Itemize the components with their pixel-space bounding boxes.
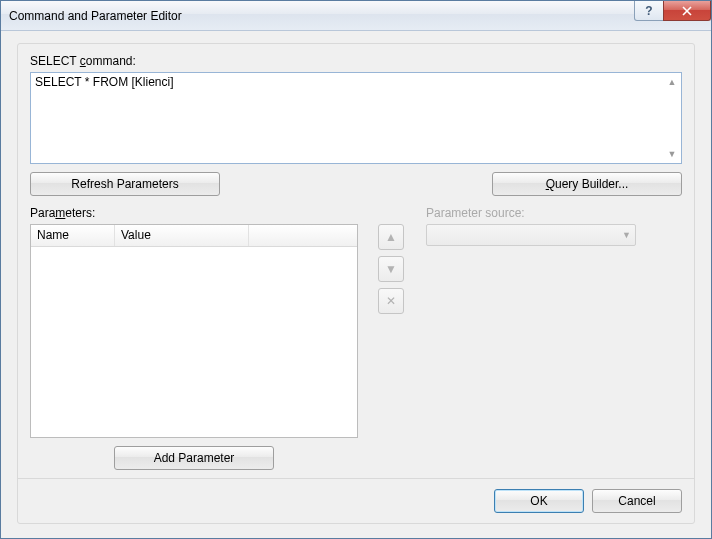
refresh-parameters-button[interactable]: Refresh Parameters <box>30 172 220 196</box>
x-icon: ✕ <box>386 294 396 308</box>
dialog-window: Command and Parameter Editor ? SELECT co… <box>0 0 712 539</box>
dialog-content: SELECT command: ▲ ▼ Refresh Parameters Q… <box>1 31 711 538</box>
titlebar: Command and Parameter Editor ? <box>1 1 711 31</box>
ok-button[interactable]: OK <box>494 489 584 513</box>
parameter-source-column: Parameter source: ▼ <box>426 206 682 470</box>
select-command-label: SELECT command: <box>30 54 682 68</box>
titlebar-buttons: ? <box>635 1 711 21</box>
label-part: Para <box>30 206 55 220</box>
reorder-buttons-column: ▲ ▼ ✕ <box>378 206 406 470</box>
cancel-button[interactable]: Cancel <box>592 489 682 513</box>
parameters-grid[interactable]: Name Value <box>30 224 358 438</box>
arrow-down-icon: ▼ <box>385 262 397 276</box>
help-button[interactable]: ? <box>634 1 664 21</box>
col-header-name[interactable]: Name <box>31 225 115 246</box>
scroll-up-icon[interactable]: ▲ <box>665 75 679 89</box>
parameter-source-combo[interactable]: ▼ <box>426 224 636 246</box>
move-up-button[interactable]: ▲ <box>378 224 404 250</box>
move-down-button[interactable]: ▼ <box>378 256 404 282</box>
btn-part: uery Builder... <box>555 177 628 191</box>
add-parameter-row: Add Parameter <box>30 446 358 470</box>
grid-body <box>31 247 357 437</box>
label-part: ommand: <box>86 54 136 68</box>
arrow-up-icon: ▲ <box>385 230 397 244</box>
sql-textarea-wrap: ▲ ▼ <box>30 72 682 164</box>
select-command-input[interactable] <box>31 73 681 163</box>
add-parameter-button[interactable]: Add Parameter <box>114 446 274 470</box>
parameter-source-label: Parameter source: <box>426 206 682 220</box>
parameters-label: Parameters: <box>30 206 358 220</box>
grid-header: Name Value <box>31 225 357 247</box>
btn-mnemonic: Q <box>546 177 555 191</box>
query-builder-button[interactable]: Query Builder... <box>492 172 682 196</box>
col-header-value[interactable]: Value <box>115 225 249 246</box>
close-button[interactable] <box>663 1 711 21</box>
col-header-rest <box>249 225 357 246</box>
help-icon: ? <box>645 4 652 18</box>
dialog-footer: OK Cancel <box>18 478 694 523</box>
parameters-column: Parameters: Name Value Add Parameter <box>30 206 358 470</box>
label-part: eters: <box>65 206 95 220</box>
middle-row: Parameters: Name Value Add Parameter <box>30 206 682 470</box>
label-part: SELECT <box>30 54 80 68</box>
command-buttons-row: Refresh Parameters Query Builder... <box>30 172 682 196</box>
close-icon <box>682 6 692 16</box>
delete-button[interactable]: ✕ <box>378 288 404 314</box>
main-group: SELECT command: ▲ ▼ Refresh Parameters Q… <box>17 43 695 524</box>
chevron-down-icon: ▼ <box>622 230 631 240</box>
scroll-down-icon[interactable]: ▼ <box>665 147 679 161</box>
label-mnemonic: m <box>55 206 65 220</box>
window-title: Command and Parameter Editor <box>9 9 635 23</box>
